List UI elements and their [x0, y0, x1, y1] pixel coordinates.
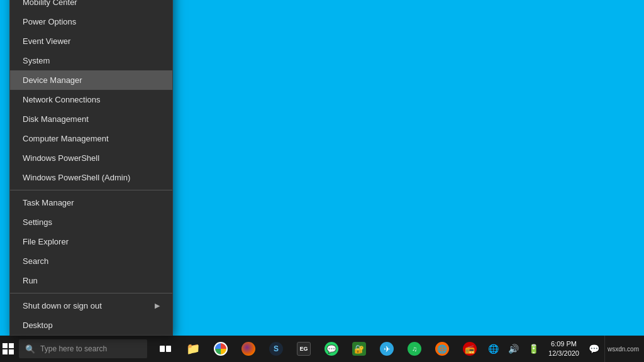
- red-app-taskbar-button[interactable]: 📻: [457, 336, 483, 362]
- menu-item-settings[interactable]: Settings: [10, 212, 172, 232]
- menu-item-label-search: Search: [23, 256, 48, 266]
- menu-item-disk-management[interactable]: Disk Management: [10, 109, 172, 129]
- menu-item-computer-management[interactable]: Computer Management: [10, 129, 172, 148]
- menu-item-file-explorer[interactable]: File Explorer: [10, 232, 172, 251]
- epic-games-icon: EG: [297, 342, 311, 356]
- tray-clock[interactable]: 6:09 PM 12/3/2020: [543, 336, 584, 362]
- menu-item-label-mobility-center: Mobility Center: [23, 0, 77, 7]
- menu-item-label-settings: Settings: [23, 217, 52, 227]
- menu-item-label-task-manager: Task Manager: [23, 198, 74, 207]
- menu-item-power-options[interactable]: Power Options: [10, 12, 172, 31]
- wsxdn-label: wsxdn.com: [604, 336, 641, 362]
- menu-item-network-connections[interactable]: Network Connections: [10, 90, 172, 109]
- menu-item-label-desktop: Desktop: [23, 321, 53, 330]
- menu-item-label-file-explorer: File Explorer: [23, 237, 69, 246]
- menu-item-windows-powershell-admin[interactable]: Windows PowerShell (Admin): [10, 168, 172, 187]
- orange-app-taskbar-button[interactable]: 🌐: [429, 336, 455, 362]
- menu-item-desktop[interactable]: Desktop: [10, 315, 172, 335]
- menu-item-windows-powershell[interactable]: Windows PowerShell: [10, 148, 172, 168]
- menu-item-label-windows-powershell-admin: Windows PowerShell (Admin): [23, 173, 130, 182]
- spotify-icon: ♫: [408, 342, 421, 356]
- menu-item-label-system: System: [23, 56, 50, 65]
- steam-icon: S: [269, 342, 283, 356]
- whatsapp-taskbar-button[interactable]: 💬: [318, 336, 345, 362]
- task-view-icon: [160, 346, 171, 352]
- search-input[interactable]: [40, 344, 141, 353]
- lock-app-taskbar-button[interactable]: 🔐: [346, 336, 372, 362]
- epic-games-taskbar-button[interactable]: EG: [291, 336, 317, 362]
- menu-item-label-event-viewer: Event Viewer: [23, 36, 70, 46]
- menu-item-system[interactable]: System: [10, 51, 172, 70]
- menu-divider: [10, 190, 172, 190]
- folder-icon: 📁: [186, 342, 200, 356]
- orange-app-icon: 🌐: [435, 342, 449, 356]
- task-view-button[interactable]: [152, 336, 179, 362]
- menu-item-label-computer-management: Computer Management: [23, 134, 109, 143]
- spotify-taskbar-button[interactable]: ♫: [401, 336, 428, 362]
- menu-item-run[interactable]: Run: [10, 271, 172, 290]
- clock-time: 6:09 PM: [551, 339, 577, 349]
- firefox-icon: [242, 342, 255, 356]
- menu-item-label-windows-powershell: Windows PowerShell: [23, 153, 99, 163]
- menu-item-label-disk-management: Disk Management: [23, 114, 89, 124]
- desktop: Apps and FeaturesMobility CenterPower Op…: [0, 0, 644, 362]
- menu-item-label-network-connections: Network Connections: [23, 95, 101, 104]
- context-menu: Apps and FeaturesMobility CenterPower Op…: [9, 0, 173, 336]
- clock-date: 12/3/2020: [548, 349, 579, 358]
- menu-item-event-viewer[interactable]: Event Viewer: [10, 31, 172, 51]
- menu-item-device-manager[interactable]: Device Manager: [10, 70, 172, 90]
- file-explorer-taskbar-button[interactable]: 📁: [180, 336, 206, 362]
- system-tray: 🌐 🔊 🔋 6:09 PM 12/3/2020 💬 wsxdn.com: [483, 336, 644, 362]
- taskbar-search-bar[interactable]: 🔍: [19, 339, 147, 358]
- whatsapp-icon: 💬: [325, 342, 338, 356]
- menu-item-label-run: Run: [23, 276, 38, 285]
- menu-item-shutdown-signout[interactable]: Shut down or sign out▶: [10, 296, 172, 315]
- submenu-arrow-icon: ▶: [155, 302, 160, 310]
- menu-divider: [10, 293, 172, 293]
- taskbar: 🔍 📁SEG💬🔐✈♫🌐📻 🌐 🔊 🔋 6:09 PM 12/3/2020 💬 w…: [0, 336, 644, 362]
- tray-icon-battery[interactable]: 🔋: [523, 336, 543, 362]
- steam-taskbar-button[interactable]: S: [263, 336, 289, 362]
- chrome-taskbar-button[interactable]: [208, 336, 234, 362]
- windows-logo-icon: [3, 343, 14, 354]
- taskbar-app-icons: 📁SEG💬🔐✈♫🌐📻: [152, 336, 483, 362]
- tray-icon-network[interactable]: 🌐: [483, 336, 503, 362]
- menu-item-mobility-center[interactable]: Mobility Center: [10, 0, 172, 12]
- telegram-taskbar-button[interactable]: ✈: [374, 336, 400, 362]
- search-icon: 🔍: [25, 344, 35, 354]
- menu-item-task-manager[interactable]: Task Manager: [10, 193, 172, 212]
- red-app-icon: 📻: [463, 342, 477, 356]
- menu-item-label-shutdown-signout: Shut down or sign out: [23, 301, 102, 310]
- firefox-taskbar-button[interactable]: [235, 336, 262, 362]
- lock-app-icon: 🔐: [352, 342, 366, 356]
- tray-icon-volume[interactable]: 🔊: [503, 336, 523, 362]
- menu-item-search[interactable]: Search: [10, 251, 172, 271]
- menu-item-label-power-options: Power Options: [23, 17, 76, 26]
- start-button[interactable]: [0, 336, 16, 362]
- notification-icon[interactable]: 💬: [584, 336, 604, 362]
- telegram-icon: ✈: [380, 342, 394, 356]
- chrome-icon: [214, 342, 228, 356]
- menu-item-label-device-manager: Device Manager: [23, 75, 82, 85]
